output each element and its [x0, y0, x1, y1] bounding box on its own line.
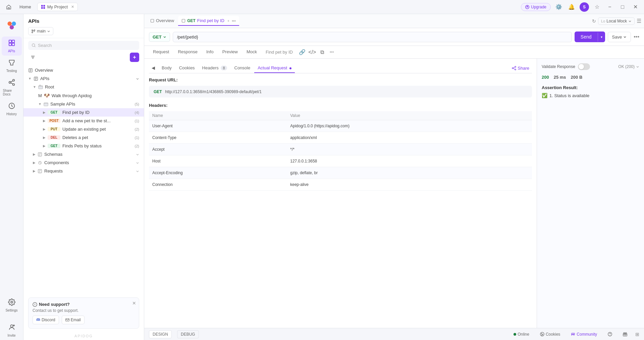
subtab-mock[interactable]: Mock	[243, 47, 261, 58]
search-input[interactable]	[38, 43, 136, 48]
requests-label: Requests	[44, 168, 134, 174]
inner-tab-headers[interactable]: Headers 8	[199, 63, 230, 73]
minimize-icon[interactable]: −	[605, 2, 614, 12]
close-window-icon[interactable]: ✕	[631, 2, 640, 12]
settings-icon[interactable]: ⚙️	[554, 2, 564, 12]
left-panel: APIs main + Overview	[23, 14, 144, 340]
url-input[interactable]	[173, 32, 572, 42]
history-icon	[8, 102, 15, 111]
subtab-code-icon[interactable]: </>	[308, 48, 317, 57]
maximize-icon[interactable]: □	[618, 2, 627, 12]
tree-item-find-pet[interactable]: ▶ GET Find pet by ID (4)	[23, 108, 144, 117]
refresh-button[interactable]: ↻	[592, 18, 596, 24]
svg-rect-33	[182, 19, 185, 22]
home-tab[interactable]	[4, 2, 13, 12]
svg-rect-1	[41, 5, 43, 7]
email-button[interactable]: Email	[62, 316, 85, 324]
sidebar-item-testing[interactable]: Testing	[2, 56, 22, 75]
validate-toggle[interactable]	[578, 63, 590, 70]
toggle-knob	[579, 64, 584, 69]
gift-icon[interactable]	[620, 331, 630, 338]
menu-button[interactable]: ☰	[637, 18, 641, 24]
inner-tab-actual-request[interactable]: Actual Request	[254, 63, 295, 73]
tree-item-update-pet[interactable]: ▶ PUT Update an existing pet (2)	[23, 125, 144, 133]
components-label: Components	[44, 160, 134, 165]
tree-item-sample-apis[interactable]: ▼ Sample APIs (5)	[23, 100, 144, 108]
subtab-preview[interactable]: Preview	[218, 47, 242, 58]
header-name: Connection	[149, 179, 287, 191]
notifications-icon[interactable]: 🔔	[567, 2, 576, 12]
add-button[interactable]: +	[130, 53, 139, 62]
tab-find-pet[interactable]: GET Find pet by ID + •••	[178, 16, 239, 26]
method-select[interactable]: GET	[149, 32, 170, 42]
online-status[interactable]: Online	[511, 331, 532, 338]
tree-item-components[interactable]: ▶ Components	[23, 158, 144, 167]
support-close-icon[interactable]: ✕	[132, 300, 136, 306]
filter-button[interactable]	[28, 53, 38, 62]
subtab-copy-icon[interactable]: ⧉	[318, 48, 327, 57]
community-button[interactable]: Community	[568, 331, 600, 338]
discord-button[interactable]: Discord	[33, 316, 59, 324]
tree-item-overview[interactable]: Overview	[23, 66, 144, 74]
svg-point-20	[32, 32, 33, 33]
sidebar-item-history[interactable]: History	[2, 99, 22, 119]
help-icon[interactable]	[605, 331, 615, 338]
svg-rect-26	[44, 103, 48, 106]
collapse-btn[interactable]: ◀	[149, 64, 158, 72]
root-label: Root	[45, 84, 139, 89]
tree-item-root[interactable]: ▼ Root	[23, 83, 144, 91]
method-post-1: POST	[48, 119, 60, 123]
svg-point-43	[573, 333, 575, 335]
endpoint-label-1: Add a new pet to the st...	[62, 118, 131, 123]
local-mock-selector[interactable]: Lo Local Mock	[598, 17, 635, 25]
tree-item-apis[interactable]: ▼ APIs	[23, 74, 144, 83]
table-row: Content-Typeapplication/xml	[149, 132, 532, 144]
more-tab-icon[interactable]: •••	[232, 19, 236, 23]
home-tab-label[interactable]: Home	[16, 3, 35, 11]
sidebar-item-invite[interactable]: Invite	[2, 321, 22, 340]
save-button[interactable]: Save	[608, 32, 631, 42]
sidebar-item-settings[interactable]: Settings	[2, 296, 22, 315]
apis-label: APIs	[8, 49, 15, 53]
subtab-response[interactable]: Response	[174, 47, 202, 58]
tab-actions: ↻ Lo Local Mock ☰	[592, 17, 641, 25]
subtab-info[interactable]: Info	[202, 47, 218, 58]
bookmark-icon[interactable]: ☆	[592, 2, 602, 12]
settings-gear-icon	[8, 298, 15, 308]
search-bar	[28, 41, 139, 50]
branch-selector[interactable]: main	[28, 27, 53, 35]
ok-badge: OK (200)	[618, 64, 639, 69]
upgrade-button[interactable]: Upgrade	[521, 3, 551, 11]
close-tab-icon[interactable]: ✕	[71, 5, 74, 9]
avatar[interactable]: S	[580, 2, 589, 12]
subtab-request[interactable]: Request	[149, 47, 173, 58]
sidebar-item-apis[interactable]: APIs	[2, 37, 22, 56]
expand-icon[interactable]: ⊞	[635, 332, 639, 337]
svg-point-36	[515, 69, 516, 70]
cookies-button[interactable]: Cookies	[537, 331, 563, 338]
sidebar-item-share-docs[interactable]: Share Docs	[2, 76, 22, 99]
tree-item-requests[interactable]: ▶ Requests	[23, 167, 144, 175]
subtab-link-icon[interactable]: 🔗	[298, 48, 307, 57]
tree-item-schemas[interactable]: ▶ Schemas	[23, 150, 144, 158]
inner-tab-console[interactable]: Console	[231, 63, 254, 73]
design-button[interactable]: DESIGN	[149, 330, 172, 338]
share-button[interactable]: Share	[509, 64, 532, 72]
header-value: 127.0.0.1:3658	[287, 155, 532, 167]
send-button[interactable]: Send ▾	[575, 31, 605, 42]
project-tab[interactable]: My Project ✕	[37, 3, 78, 11]
inner-tab-body[interactable]: Body	[158, 63, 175, 73]
add-tab-icon[interactable]: +	[227, 19, 229, 23]
debug-button[interactable]: DEBUG	[177, 330, 199, 338]
tree-item-add-pet[interactable]: ▶ POST Add a new pet to the st... (1)	[23, 117, 144, 125]
tree-item-delete-pet[interactable]: ▶ DEL Deletes a pet (1)	[23, 133, 144, 142]
tree-item-walkthrough[interactable]: M 🐶 Walk through Apidog	[23, 91, 144, 100]
sample-apis-count: (5)	[135, 102, 139, 106]
svg-point-37	[514, 333, 516, 336]
inner-tab-cookies[interactable]: Cookies	[176, 63, 198, 73]
send-arrow-icon[interactable]: ▾	[598, 32, 605, 42]
save-label: Save	[612, 35, 622, 40]
url-more-button[interactable]: •••	[634, 34, 639, 40]
tree-item-finds-pets[interactable]: ▶ GET Finds Pets by status (2)	[23, 142, 144, 150]
tab-overview[interactable]: Overview	[147, 16, 177, 26]
